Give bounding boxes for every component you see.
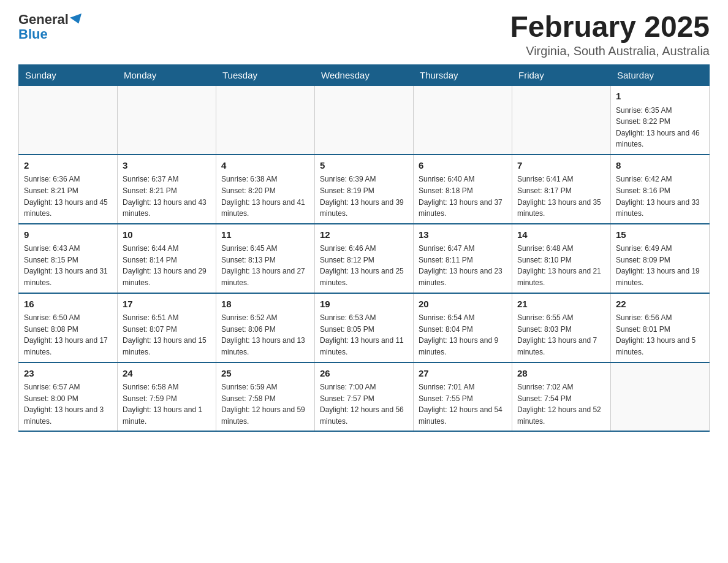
- day-info: Sunrise: 6:49 AMSunset: 8:09 PMDaylight:…: [616, 243, 704, 288]
- day-number: 12: [320, 228, 408, 242]
- day-number: 2: [24, 159, 112, 173]
- calendar-week-row: 23Sunrise: 6:57 AMSunset: 8:00 PMDayligh…: [19, 362, 710, 432]
- title-block: February 2025 Virginia, South Australia,…: [510, 12, 710, 58]
- calendar-cell: 17Sunrise: 6:51 AMSunset: 8:07 PMDayligh…: [118, 293, 216, 362]
- day-number: 13: [419, 228, 507, 242]
- calendar-cell: 21Sunrise: 6:55 AMSunset: 8:03 PMDayligh…: [512, 293, 611, 362]
- day-info: Sunrise: 6:42 AMSunset: 8:16 PMDaylight:…: [616, 174, 704, 219]
- header-friday: Friday: [512, 65, 611, 86]
- day-info: Sunrise: 6:40 AMSunset: 8:18 PMDaylight:…: [419, 174, 507, 219]
- calendar-cell: 22Sunrise: 6:56 AMSunset: 8:01 PMDayligh…: [611, 293, 710, 362]
- calendar-cell: 13Sunrise: 6:47 AMSunset: 8:11 PMDayligh…: [414, 224, 512, 293]
- calendar-cell: 3Sunrise: 6:37 AMSunset: 8:21 PMDaylight…: [118, 155, 216, 224]
- day-info: Sunrise: 6:37 AMSunset: 8:21 PMDaylight:…: [123, 174, 211, 219]
- day-number: 9: [24, 228, 112, 242]
- day-info: Sunrise: 6:46 AMSunset: 8:12 PMDaylight:…: [320, 243, 408, 288]
- day-info: Sunrise: 6:43 AMSunset: 8:15 PMDaylight:…: [24, 243, 112, 288]
- day-number: 25: [221, 367, 309, 381]
- day-info: Sunrise: 6:58 AMSunset: 7:59 PMDaylight:…: [123, 381, 211, 427]
- day-number: 20: [419, 297, 507, 312]
- day-info: Sunrise: 6:56 AMSunset: 8:01 PMDaylight:…: [616, 312, 704, 358]
- day-number: 23: [24, 367, 112, 381]
- calendar-cell: [512, 86, 611, 155]
- day-info: Sunrise: 6:55 AMSunset: 8:03 PMDaylight:…: [517, 312, 605, 358]
- calendar-week-row: 2Sunrise: 6:36 AMSunset: 8:21 PMDaylight…: [19, 155, 710, 224]
- logo-general-text: General: [18, 12, 69, 27]
- calendar-cell: 7Sunrise: 6:41 AMSunset: 8:17 PMDaylight…: [512, 155, 611, 224]
- calendar-cell: 26Sunrise: 7:00 AMSunset: 7:57 PMDayligh…: [315, 362, 414, 432]
- day-info: Sunrise: 6:39 AMSunset: 8:19 PMDaylight:…: [320, 174, 408, 219]
- calendar-cell: 27Sunrise: 7:01 AMSunset: 7:55 PMDayligh…: [414, 362, 512, 432]
- day-number: 27: [419, 367, 507, 381]
- day-number: 28: [517, 367, 605, 381]
- calendar-cell: 1Sunrise: 6:35 AMSunset: 8:22 PMDaylight…: [611, 86, 710, 155]
- day-info: Sunrise: 6:59 AMSunset: 7:58 PMDaylight:…: [221, 381, 309, 427]
- calendar-cell: 24Sunrise: 6:58 AMSunset: 7:59 PMDayligh…: [118, 362, 216, 432]
- day-info: Sunrise: 6:57 AMSunset: 8:00 PMDaylight:…: [24, 381, 112, 427]
- calendar-cell: 14Sunrise: 6:48 AMSunset: 8:10 PMDayligh…: [512, 224, 611, 293]
- day-number: 3: [123, 159, 211, 173]
- calendar-body: 1Sunrise: 6:35 AMSunset: 8:22 PMDaylight…: [19, 86, 710, 432]
- day-info: Sunrise: 7:00 AMSunset: 7:57 PMDaylight:…: [320, 381, 408, 427]
- calendar-cell: [216, 86, 315, 155]
- day-info: Sunrise: 7:01 AMSunset: 7:55 PMDaylight:…: [419, 381, 507, 427]
- day-number: 26: [320, 367, 408, 381]
- calendar-cell: 9Sunrise: 6:43 AMSunset: 8:15 PMDaylight…: [19, 224, 118, 293]
- calendar-cell: 16Sunrise: 6:50 AMSunset: 8:08 PMDayligh…: [19, 293, 118, 362]
- calendar-cell: 8Sunrise: 6:42 AMSunset: 8:16 PMDaylight…: [611, 155, 710, 224]
- header-tuesday: Tuesday: [216, 65, 315, 86]
- day-number: 1: [616, 90, 704, 104]
- calendar-cell: 5Sunrise: 6:39 AMSunset: 8:19 PMDaylight…: [315, 155, 414, 224]
- calendar-week-row: 16Sunrise: 6:50 AMSunset: 8:08 PMDayligh…: [19, 293, 710, 362]
- calendar-week-row: 9Sunrise: 6:43 AMSunset: 8:15 PMDaylight…: [19, 224, 710, 293]
- calendar-title: February 2025: [510, 12, 710, 42]
- day-number: 4: [221, 159, 309, 173]
- logo: General Blue: [18, 12, 83, 42]
- day-number: 11: [221, 228, 309, 242]
- day-info: Sunrise: 6:47 AMSunset: 8:11 PMDaylight:…: [419, 243, 507, 288]
- calendar-cell: 2Sunrise: 6:36 AMSunset: 8:21 PMDaylight…: [19, 155, 118, 224]
- calendar-cell: 6Sunrise: 6:40 AMSunset: 8:18 PMDaylight…: [414, 155, 512, 224]
- logo-triangle-icon: [70, 13, 85, 26]
- day-info: Sunrise: 6:41 AMSunset: 8:17 PMDaylight:…: [517, 174, 605, 219]
- calendar-cell: 15Sunrise: 6:49 AMSunset: 8:09 PMDayligh…: [611, 224, 710, 293]
- calendar-cell: 4Sunrise: 6:38 AMSunset: 8:20 PMDaylight…: [216, 155, 315, 224]
- day-number: 21: [517, 297, 605, 312]
- day-info: Sunrise: 6:51 AMSunset: 8:07 PMDaylight:…: [123, 312, 211, 358]
- calendar-cell: 11Sunrise: 6:45 AMSunset: 8:13 PMDayligh…: [216, 224, 315, 293]
- calendar-cell: 12Sunrise: 6:46 AMSunset: 8:12 PMDayligh…: [315, 224, 414, 293]
- weekday-header-row: Sunday Monday Tuesday Wednesday Thursday…: [19, 65, 710, 86]
- day-number: 24: [123, 367, 211, 381]
- calendar-week-row: 1Sunrise: 6:35 AMSunset: 8:22 PMDaylight…: [19, 86, 710, 155]
- calendar-cell: 28Sunrise: 7:02 AMSunset: 7:54 PMDayligh…: [512, 362, 611, 432]
- calendar-subtitle: Virginia, South Australia, Australia: [510, 44, 710, 58]
- header-wednesday: Wednesday: [315, 65, 414, 86]
- day-info: Sunrise: 6:36 AMSunset: 8:21 PMDaylight:…: [24, 174, 112, 219]
- day-number: 6: [419, 159, 507, 173]
- day-number: 14: [517, 228, 605, 242]
- calendar-cell: 10Sunrise: 6:44 AMSunset: 8:14 PMDayligh…: [118, 224, 216, 293]
- calendar-cell: 25Sunrise: 6:59 AMSunset: 7:58 PMDayligh…: [216, 362, 315, 432]
- calendar-cell: [315, 86, 414, 155]
- calendar-table: Sunday Monday Tuesday Wednesday Thursday…: [18, 64, 710, 432]
- page-header: General Blue February 2025 Virginia, Sou…: [18, 12, 710, 58]
- calendar-cell: 18Sunrise: 6:52 AMSunset: 8:06 PMDayligh…: [216, 293, 315, 362]
- day-number: 7: [517, 159, 605, 173]
- day-number: 19: [320, 297, 408, 312]
- day-info: Sunrise: 6:50 AMSunset: 8:08 PMDaylight:…: [24, 312, 112, 358]
- logo-blue-text: Blue: [18, 27, 83, 42]
- day-number: 5: [320, 159, 408, 173]
- day-info: Sunrise: 6:52 AMSunset: 8:06 PMDaylight:…: [221, 312, 309, 358]
- day-number: 15: [616, 228, 704, 242]
- calendar-cell: 20Sunrise: 6:54 AMSunset: 8:04 PMDayligh…: [414, 293, 512, 362]
- day-info: Sunrise: 6:53 AMSunset: 8:05 PMDaylight:…: [320, 312, 408, 358]
- day-info: Sunrise: 6:48 AMSunset: 8:10 PMDaylight:…: [517, 243, 605, 288]
- calendar-cell: 23Sunrise: 6:57 AMSunset: 8:00 PMDayligh…: [19, 362, 118, 432]
- header-sunday: Sunday: [19, 65, 118, 86]
- header-saturday: Saturday: [611, 65, 710, 86]
- day-number: 10: [123, 228, 211, 242]
- calendar-cell: [118, 86, 216, 155]
- calendar-cell: [19, 86, 118, 155]
- day-info: Sunrise: 6:35 AMSunset: 8:22 PMDaylight:…: [616, 105, 704, 150]
- header-monday: Monday: [118, 65, 216, 86]
